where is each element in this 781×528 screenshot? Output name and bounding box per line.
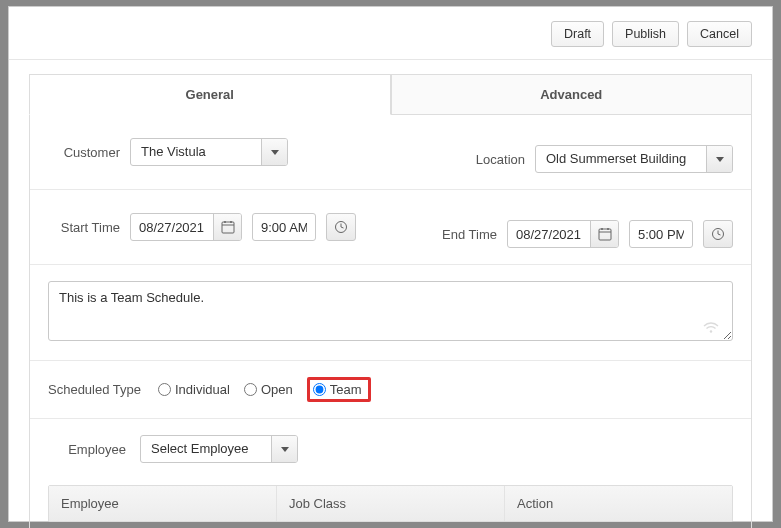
end-date-calendar-button[interactable]: [590, 221, 618, 247]
scheduled-type-row: Scheduled Type Individual Open Team: [48, 377, 733, 402]
customer-label: Customer: [48, 145, 120, 160]
clock-icon: [711, 227, 725, 241]
customer-dropdown-button[interactable]: [261, 139, 287, 165]
end-date-field[interactable]: [508, 221, 590, 247]
tab-panel-general: Customer The Vistula Location Old Summer…: [29, 115, 752, 528]
description-textarea[interactable]: [48, 281, 733, 341]
cancel-button[interactable]: Cancel: [687, 21, 752, 47]
start-date-input[interactable]: [130, 213, 242, 241]
svg-line-13: [718, 234, 721, 235]
col-employee[interactable]: Employee: [49, 486, 277, 521]
location-combo[interactable]: Old Summerset Building: [535, 145, 733, 173]
employee-label: Employee: [48, 442, 126, 457]
customer-value: The Vistula: [131, 139, 261, 165]
radio-open[interactable]: [244, 383, 257, 396]
col-job-class[interactable]: Job Class: [277, 486, 505, 521]
location-value: Old Summerset Building: [536, 146, 706, 172]
header-actions: Draft Publish Cancel: [9, 7, 772, 60]
start-date-calendar-button[interactable]: [213, 214, 241, 240]
scheduled-type-label: Scheduled Type: [48, 382, 148, 397]
radio-team-label: Team: [330, 382, 362, 397]
calendar-icon: [598, 227, 612, 241]
end-time-field[interactable]: [630, 221, 692, 247]
employee-row: Employee Select Employee: [48, 435, 733, 463]
radio-open-label: Open: [261, 382, 293, 397]
employee-grid: Employee Job Class Action: [48, 485, 733, 522]
start-time-input[interactable]: [252, 213, 316, 241]
svg-line-6: [341, 227, 344, 228]
employee-placeholder: Select Employee: [141, 436, 271, 462]
employee-dropdown-button[interactable]: [271, 436, 297, 462]
radio-individual-label: Individual: [175, 382, 230, 397]
svg-rect-0: [222, 222, 234, 233]
description-wrap: [48, 281, 733, 344]
start-date-field[interactable]: [131, 214, 213, 240]
chevron-down-icon: [281, 447, 289, 452]
chevron-down-icon: [271, 150, 279, 155]
clock-icon: [334, 220, 348, 234]
scheduled-type-open[interactable]: Open: [244, 382, 293, 397]
schedule-modal: Draft Publish Cancel General Advanced Cu…: [8, 6, 773, 522]
start-time-clock-button[interactable]: [326, 213, 356, 241]
col-action[interactable]: Action: [505, 486, 732, 521]
location-label: Location: [453, 152, 525, 167]
scheduled-type-team-highlight: Team: [307, 377, 371, 402]
grid-header: Employee Job Class Action: [49, 486, 732, 521]
end-time-label: End Time: [425, 227, 497, 242]
separator: [30, 264, 751, 265]
separator: [30, 360, 751, 361]
start-time-label: Start Time: [48, 220, 120, 235]
customer-combo[interactable]: The Vistula: [130, 138, 288, 166]
end-time-input[interactable]: [629, 220, 693, 248]
radio-individual[interactable]: [158, 383, 171, 396]
employee-combo[interactable]: Select Employee: [140, 435, 298, 463]
tab-general[interactable]: General: [29, 74, 391, 115]
svg-rect-7: [599, 229, 611, 240]
tab-bar: General Advanced: [29, 74, 752, 115]
draft-button[interactable]: Draft: [551, 21, 604, 47]
chevron-down-icon: [716, 157, 724, 162]
scheduled-type-team[interactable]: Team: [313, 382, 362, 397]
end-date-input[interactable]: [507, 220, 619, 248]
publish-button[interactable]: Publish: [612, 21, 679, 47]
calendar-icon: [221, 220, 235, 234]
scheduled-type-individual[interactable]: Individual: [158, 382, 230, 397]
tab-advanced[interactable]: Advanced: [391, 74, 753, 115]
separator: [30, 418, 751, 419]
location-dropdown-button[interactable]: [706, 146, 732, 172]
radio-team[interactable]: [313, 383, 326, 396]
separator: [30, 189, 751, 190]
start-time-field[interactable]: [253, 214, 315, 240]
end-time-clock-button[interactable]: [703, 220, 733, 248]
